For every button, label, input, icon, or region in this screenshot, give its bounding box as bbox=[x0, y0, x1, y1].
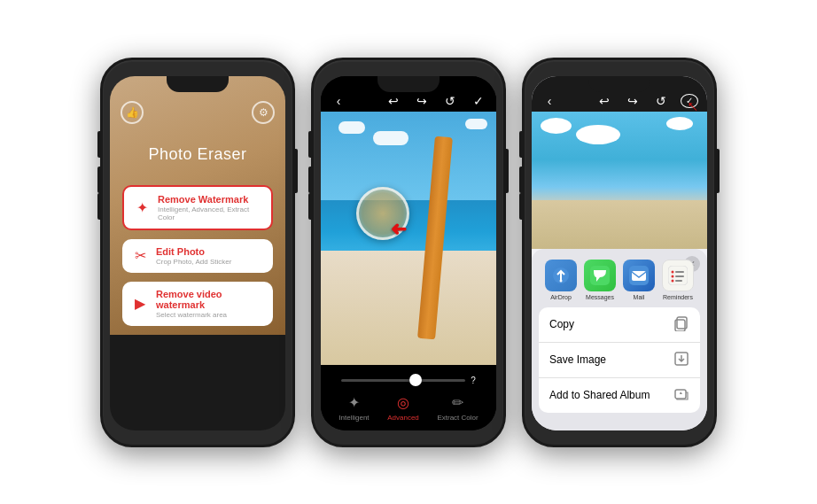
phone-3: ‹ ↩ ↪ ↺ ✓ ↑ bbox=[522, 58, 717, 447]
undo-icon-3[interactable]: ↩ bbox=[595, 94, 613, 108]
phone-3-wrapper: ‹ ↩ ↪ ↺ ✓ ↑ bbox=[522, 58, 717, 447]
share-app-row: AirDrop Messages Mail bbox=[539, 256, 700, 307]
video-watermark-text: Remove video watermark Select watermark … bbox=[156, 289, 264, 319]
action-add-shared-album[interactable]: Add to Shared Album bbox=[539, 378, 700, 413]
phone-2-screen: ‹ ↩ ↪ ↺ ✓ bbox=[321, 76, 496, 430]
thumb-up-icon: 👍 bbox=[126, 106, 139, 119]
cloud-3-2 bbox=[576, 125, 620, 144]
phone-2-content: ‹ ↩ ↪ ↺ ✓ bbox=[321, 76, 496, 430]
redo-icon[interactable]: ↪ bbox=[413, 94, 431, 108]
phone-2-wrapper: ‹ ↩ ↪ ↺ ✓ bbox=[311, 58, 506, 447]
brush-size-slider[interactable]: ? bbox=[321, 372, 496, 391]
mail-label: Mail bbox=[634, 294, 645, 300]
shared-album-label: Add to Shared Album bbox=[549, 389, 650, 401]
album-icon bbox=[673, 386, 689, 405]
svg-point-1 bbox=[560, 279, 563, 282]
phone-1-notch bbox=[167, 76, 229, 92]
phone-2: ‹ ↩ ↪ ↺ ✓ bbox=[311, 58, 506, 447]
copy-label: Copy bbox=[549, 318, 574, 330]
menu-item-edit-photo[interactable]: ✂ Edit Photo Crop Photo, Add Sticker bbox=[122, 239, 273, 273]
advanced-icon: ◎ bbox=[397, 394, 409, 411]
scissors-icon: ✂ bbox=[131, 247, 149, 264]
rotate-icon[interactable]: ↺ bbox=[441, 94, 459, 108]
menu-item-watermark[interactable]: ✦ Remove Watermark Intelligent, Advanced… bbox=[122, 185, 273, 230]
redo-icon-3[interactable]: ↪ bbox=[624, 94, 642, 108]
help-icon: ? bbox=[471, 376, 476, 385]
share-mail[interactable]: Mail bbox=[623, 260, 655, 300]
svg-point-6 bbox=[672, 270, 674, 273]
extract-icon: ✏ bbox=[452, 394, 463, 411]
save-icon bbox=[673, 351, 689, 369]
video-watermark-subtitle: Select watermark area bbox=[156, 311, 264, 319]
tab-intelligent[interactable]: ✦ Intelligent bbox=[338, 394, 369, 422]
airdrop-icon bbox=[545, 260, 577, 291]
video-icon: ▶ bbox=[131, 295, 149, 312]
share-action-list: Copy Save Image Add to Sha bbox=[539, 307, 700, 413]
intelligent-label: Intelligent bbox=[338, 414, 369, 422]
advanced-label: Advanced bbox=[387, 414, 419, 422]
confirm-icon[interactable]: ✓ bbox=[470, 94, 487, 108]
menu-item-video-watermark[interactable]: ▶ Remove video watermark Select watermar… bbox=[122, 282, 273, 326]
phone-1-topbar: 👍 ⚙ bbox=[110, 97, 285, 128]
app-title: Photo Eraser bbox=[148, 145, 246, 164]
cloud-3-1 bbox=[541, 118, 572, 134]
reminders-icon bbox=[662, 260, 694, 291]
video-watermark-title: Remove video watermark bbox=[156, 289, 264, 310]
messages-icon bbox=[584, 260, 616, 291]
airdrop-label: AirDrop bbox=[550, 294, 572, 300]
reminders-label: Reminders bbox=[663, 294, 693, 300]
beach-bg-3 bbox=[532, 112, 707, 249]
svg-point-10 bbox=[672, 279, 674, 282]
svg-rect-7 bbox=[675, 271, 684, 273]
share-airdrop[interactable]: AirDrop bbox=[545, 260, 577, 300]
photo-area-3 bbox=[532, 112, 707, 249]
share-messages[interactable]: Messages bbox=[584, 260, 616, 300]
edit-photo-text: Edit Photo Crop Photo, Add Sticker bbox=[156, 246, 231, 266]
tab-extract-color[interactable]: ✏ Extract Color bbox=[437, 394, 478, 422]
cloud-3-3 bbox=[666, 117, 693, 130]
phone-3-notch bbox=[588, 76, 650, 92]
undo-icon[interactable]: ↩ bbox=[385, 94, 402, 108]
slider-track bbox=[341, 379, 465, 382]
phone-1-screen: 👍 ⚙ Photo Eraser ✦ Remove Watermark Inte… bbox=[110, 76, 285, 430]
share-sheet: ✕ AirDrop Messag bbox=[532, 249, 707, 430]
dark-toolbar: ? ✦ Intelligent ◎ Advanced ✏ bbox=[321, 365, 496, 430]
svg-point-8 bbox=[672, 275, 674, 277]
mail-icon bbox=[623, 260, 655, 291]
settings-button[interactable]: ⚙ bbox=[252, 101, 275, 124]
phone-1-content: 👍 ⚙ Photo Eraser ✦ Remove Watermark Inte… bbox=[110, 76, 285, 335]
action-save-image[interactable]: Save Image bbox=[539, 343, 700, 378]
back-icon[interactable]: ‹ bbox=[330, 94, 347, 108]
messages-label: Messages bbox=[586, 294, 614, 300]
phone-3-content: ‹ ↩ ↪ ↺ ✓ ↑ bbox=[532, 76, 707, 430]
edit-mode-tabs: ✦ Intelligent ◎ Advanced ✏ Extract Color bbox=[321, 391, 496, 425]
phone-2-notch bbox=[377, 76, 440, 92]
watermark-text: Remove Watermark Intelligent, Advanced, … bbox=[158, 194, 262, 221]
photo-edit-area[interactable]: ➜ bbox=[321, 112, 496, 365]
svg-rect-4 bbox=[632, 271, 646, 281]
phone-1-wrapper: 👍 ⚙ Photo Eraser ✦ Remove Watermark Inte… bbox=[100, 58, 295, 447]
save-image-label: Save Image bbox=[549, 353, 606, 366]
watermark-title: Remove Watermark bbox=[158, 194, 262, 205]
svg-rect-9 bbox=[675, 275, 684, 277]
rotate-icon-3[interactable]: ↺ bbox=[652, 94, 670, 108]
action-copy[interactable]: Copy bbox=[539, 307, 700, 343]
tab-advanced[interactable]: ◎ Advanced bbox=[387, 394, 419, 422]
sand-3 bbox=[532, 200, 707, 248]
topbar-action-icons: ↩ ↪ ↺ ✓ bbox=[385, 94, 487, 108]
watermark-icon: ✦ bbox=[133, 199, 151, 216]
cloud-3 bbox=[465, 119, 487, 129]
like-button[interactable]: 👍 bbox=[121, 101, 144, 124]
cloud-2 bbox=[373, 131, 408, 145]
extract-label: Extract Color bbox=[437, 414, 478, 422]
red-arrow-indicator: ➜ bbox=[391, 218, 407, 241]
back-icon-3[interactable]: ‹ bbox=[541, 94, 558, 108]
slider-thumb bbox=[409, 374, 422, 386]
edit-photo-subtitle: Crop Photo, Add Sticker bbox=[156, 258, 231, 266]
cloud-1 bbox=[338, 121, 365, 134]
watermark-subtitle: Intelligent, Advanced, Extract Color bbox=[158, 205, 262, 221]
intelligent-icon: ✦ bbox=[348, 394, 360, 411]
share-reminders[interactable]: Reminders bbox=[662, 260, 694, 300]
copy-icon bbox=[673, 315, 689, 334]
edit-photo-title: Edit Photo bbox=[156, 246, 231, 257]
